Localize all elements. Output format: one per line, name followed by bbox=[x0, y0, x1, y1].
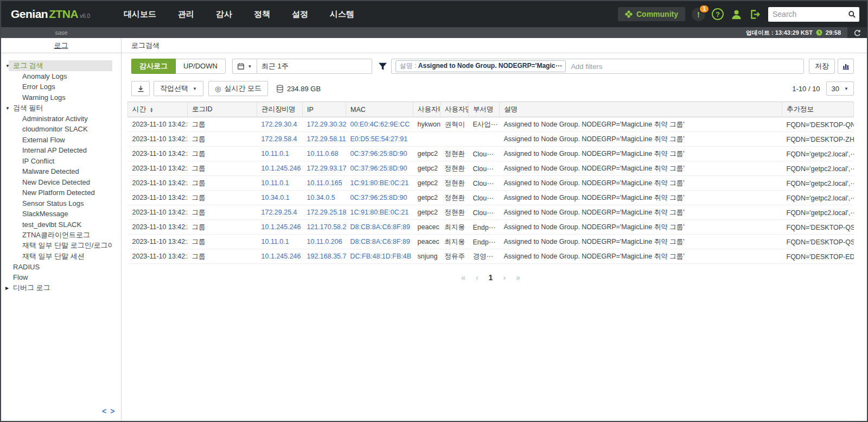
next-page-button[interactable]: › bbox=[503, 273, 506, 282]
cell-device-name[interactable]: 172.29.58.4 bbox=[257, 132, 303, 147]
cell-ip[interactable]: 172.29.58.111 bbox=[303, 132, 346, 147]
sidebar-item[interactable]: Warning Logs bbox=[1, 92, 121, 103]
column-header-dept[interactable]: 부서명 bbox=[469, 102, 500, 117]
search-input[interactable] bbox=[773, 10, 848, 18]
collapse-left-icon[interactable]: < bbox=[102, 407, 106, 415]
logout-icon[interactable] bbox=[749, 9, 761, 20]
sidebar-item[interactable]: ▼로그 검색 bbox=[1, 60, 121, 71]
cell-ip[interactable]: 192.168.35.77 bbox=[303, 249, 346, 264]
prev-page-button[interactable]: ‹ bbox=[476, 273, 478, 282]
menu-item-dashboard[interactable]: 대시보드 bbox=[113, 1, 167, 27]
brand-logo[interactable]: Genian ZTNA v6.0 bbox=[11, 8, 90, 21]
site-name[interactable]: sase bbox=[1, 29, 122, 36]
table-row[interactable]: 2023-11-10 13:42:26그룹10.1.245.246121.170… bbox=[128, 220, 854, 235]
cell-ip[interactable]: 10.11.0.165 bbox=[303, 176, 346, 191]
chevron-right-icon[interactable]: ▶ bbox=[5, 286, 9, 291]
cell-device-name[interactable]: 172.29.25.4 bbox=[257, 205, 303, 220]
cell-ip[interactable]: 10.11.0.206 bbox=[303, 235, 346, 249]
sidebar-item[interactable]: ZTNA클라이언트로그 bbox=[1, 230, 121, 241]
sidebar-item[interactable]: cloudmonitor SLACK bbox=[1, 124, 121, 135]
current-page[interactable]: 1 bbox=[489, 273, 493, 282]
sidebar-item[interactable]: New Device Detected bbox=[1, 177, 121, 188]
sidebar-item[interactable]: Malware Detected bbox=[1, 166, 121, 177]
page-size-select[interactable]: 30 ▼ bbox=[826, 81, 854, 96]
task-select-dropdown[interactable]: 작업선택 ▼ bbox=[154, 81, 203, 96]
sidebar-item[interactable]: Flow bbox=[1, 272, 121, 283]
cell-mac[interactable]: E0:D5:5E:54:27:91 bbox=[346, 132, 413, 147]
column-header-mac[interactable]: MAC bbox=[346, 102, 413, 117]
user-icon[interactable] bbox=[730, 8, 743, 21]
table-row[interactable]: 2023-11-10 13:42:31그룹172.29.30.4172.29.3… bbox=[128, 117, 854, 132]
table-row[interactable]: 2023-11-10 13:42:27그룹10.11.0.110.11.0.16… bbox=[128, 176, 854, 191]
sidebar-item[interactable]: ▼검색 필터 bbox=[1, 103, 121, 114]
table-row[interactable]: 2023-11-10 13:42:27그룹10.34.0.110.34.0.50… bbox=[128, 191, 854, 205]
sidebar-item[interactable]: RADIUS bbox=[1, 262, 121, 273]
filter-tag[interactable]: 설명 : Assigned to Node Group. NODEGRP='Ma… bbox=[395, 60, 566, 72]
realtime-mode-button[interactable]: ◎ 실시간 모드 bbox=[208, 81, 268, 96]
cell-mac[interactable]: 0C:37:96:25:8D:90 bbox=[346, 161, 413, 176]
cell-device-name[interactable]: 172.29.30.4 bbox=[257, 117, 303, 132]
menu-item-settings[interactable]: 설정 bbox=[281, 1, 319, 27]
calendar-button[interactable]: ▼ bbox=[232, 59, 257, 74]
cell-ip[interactable]: 10.34.0.5 bbox=[303, 191, 346, 205]
menu-item-management[interactable]: 관리 bbox=[167, 1, 205, 27]
cell-ip[interactable]: 10.11.0.68 bbox=[303, 147, 346, 161]
cell-device-name[interactable]: 10.11.0.1 bbox=[257, 147, 303, 161]
column-header-ip[interactable]: IP bbox=[303, 102, 346, 117]
log-type-updown-button[interactable]: UP/DOWN bbox=[176, 59, 226, 74]
cell-mac[interactable]: 0C:37:96:25:8D:90 bbox=[346, 147, 413, 161]
cell-mac[interactable]: 1C:91:80:BE:0C:21 bbox=[346, 205, 413, 220]
filter-funnel-icon[interactable] bbox=[378, 62, 387, 71]
cell-device-name[interactable]: 10.11.0.1 bbox=[257, 176, 303, 191]
sidebar-title-link[interactable]: 로그 bbox=[54, 41, 68, 51]
refresh-button[interactable] bbox=[847, 27, 867, 38]
sidebar-item[interactable]: IP Conflict bbox=[1, 156, 121, 167]
save-button[interactable]: 저장 bbox=[809, 59, 835, 74]
sidebar-item[interactable]: 재택 일부 단말 세션 bbox=[1, 251, 121, 262]
table-row[interactable]: 2023-11-10 13:42:27그룹172.29.25.4172.29.2… bbox=[128, 205, 854, 220]
search-icon[interactable] bbox=[848, 10, 856, 18]
sidebar-item[interactable]: Administrator Activity bbox=[1, 114, 121, 124]
log-type-audit-button[interactable]: 감사로그 bbox=[131, 59, 176, 74]
sort-icon[interactable]: ▲▼ bbox=[150, 107, 153, 112]
sidebar-item[interactable]: Anomaly Logs bbox=[1, 71, 121, 82]
column-header-user-id[interactable]: 사용자ID bbox=[413, 102, 441, 117]
sidebar-item[interactable]: External Flow bbox=[1, 135, 121, 146]
cell-device-name[interactable]: 10.1.245.246 bbox=[257, 249, 303, 264]
cell-ip[interactable]: 121.170.58.242 bbox=[303, 220, 346, 235]
chevron-down-icon[interactable]: ▼ bbox=[5, 63, 10, 68]
column-header-extra-info[interactable]: 추가정보 bbox=[782, 102, 854, 117]
column-header-time[interactable]: 시간▲▼ bbox=[128, 102, 188, 117]
chevron-down-icon[interactable]: ▼ bbox=[5, 105, 10, 110]
column-header-log-id[interactable]: 로그ID bbox=[188, 102, 257, 117]
add-filters-placeholder[interactable]: Add filters bbox=[571, 62, 602, 71]
cell-mac[interactable]: 1C:91:80:BE:0C:21 bbox=[346, 176, 413, 191]
menu-item-system[interactable]: 시스템 bbox=[319, 1, 365, 27]
sidebar-item[interactable]: Sensor Status Logs bbox=[1, 198, 121, 209]
date-range-input[interactable]: 최근 1주 bbox=[257, 59, 372, 74]
cell-device-name[interactable]: 10.11.0.1 bbox=[257, 235, 303, 249]
sidebar-item[interactable]: ▶디버그 로그 bbox=[1, 283, 121, 294]
community-button[interactable]: Community bbox=[618, 7, 685, 21]
column-header-user-name[interactable]: 사용자명 bbox=[441, 102, 469, 117]
cell-mac[interactable]: DC:FB:48:1D:FB:4B bbox=[346, 249, 413, 264]
sidebar-item[interactable]: 재택 일부 단말 로그인/로그아웃 bbox=[1, 241, 121, 251]
menu-item-policy[interactable]: 정책 bbox=[243, 1, 281, 27]
table-row[interactable]: 2023-11-10 13:42:25그룹10.1.245.246192.168… bbox=[128, 249, 854, 264]
sidebar-item[interactable]: SlackMessage bbox=[1, 209, 121, 219]
download-button[interactable] bbox=[131, 81, 150, 96]
cell-mac[interactable]: D8:CB:8A:C6:8F:89 bbox=[346, 220, 413, 235]
cell-ip[interactable]: 172.29.30.32 bbox=[303, 117, 346, 132]
column-header-description[interactable]: 설명 bbox=[500, 102, 782, 117]
cell-device-name[interactable]: 10.1.245.246 bbox=[257, 161, 303, 176]
sidebar-item[interactable]: Internal AP Detected bbox=[1, 145, 121, 156]
table-row[interactable]: 2023-11-10 13:42:27그룹10.1.245.246172.29.… bbox=[128, 161, 854, 176]
filter-input-box[interactable]: 설명 : Assigned to Node Group. NODEGRP='Ma… bbox=[391, 59, 804, 74]
notification-icon[interactable]: ! 1 bbox=[692, 8, 705, 21]
chart-view-button[interactable] bbox=[838, 59, 854, 74]
help-icon[interactable]: ? bbox=[712, 8, 724, 20]
cell-mac[interactable]: D8:CB:8A:C6:8F:89 bbox=[346, 235, 413, 249]
collapse-right-icon[interactable]: > bbox=[110, 407, 114, 415]
last-page-button[interactable]: » bbox=[516, 273, 520, 282]
column-header-device-name[interactable]: 관리장비명 bbox=[257, 102, 303, 117]
